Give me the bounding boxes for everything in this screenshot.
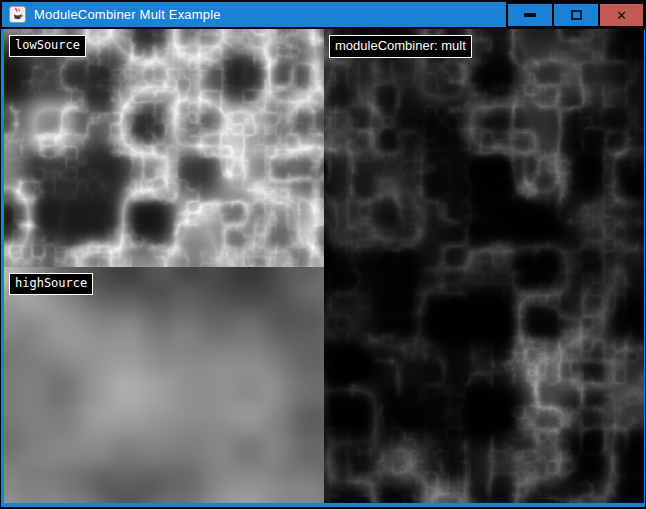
modulecombiner-mult-label: moduleCombiner: mult <box>329 35 472 58</box>
minimize-icon <box>524 13 536 17</box>
close-button[interactable]: ✕ <box>600 4 643 26</box>
modulecombiner-mult-noise-canvas <box>324 29 644 503</box>
lowsource-noise-canvas <box>4 29 324 267</box>
close-icon: ✕ <box>616 9 627 22</box>
panel-lowsource: lowSource <box>4 29 324 267</box>
maximize-icon <box>571 10 582 20</box>
window-controls: ✕ <box>506 2 645 27</box>
titlebar[interactable]: ModuleCombiner Mult Example ✕ <box>2 2 646 27</box>
panel-highsource: highSource <box>4 267 324 503</box>
app-window: ModuleCombiner Mult Example ✕ lowSource … <box>0 0 646 509</box>
window-title: ModuleCombiner Mult Example <box>34 7 221 22</box>
highsource-label: highSource <box>9 273 93 295</box>
maximize-button[interactable] <box>554 4 598 26</box>
highsource-noise-canvas <box>4 267 324 503</box>
java-coffee-cup-icon <box>9 6 26 23</box>
lowsource-label: lowSource <box>9 35 86 57</box>
minimize-button[interactable] <box>508 4 552 26</box>
panel-modulecombiner-mult: moduleCombiner: mult <box>324 29 644 503</box>
content-area: lowSource highSource moduleCombiner: mul… <box>1 29 646 507</box>
